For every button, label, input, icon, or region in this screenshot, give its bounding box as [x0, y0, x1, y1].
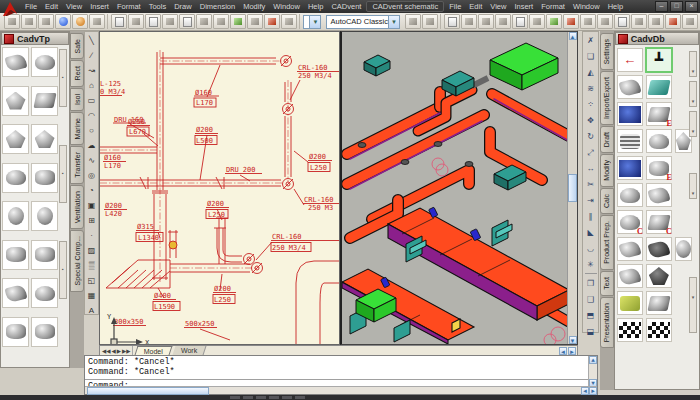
scroll-down-icon[interactable]: ▼ — [569, 336, 577, 344]
ellipse-icon[interactable]: ◎ — [85, 168, 99, 183]
layout-icon[interactable] — [111, 14, 127, 29]
status-toggle[interactable] — [295, 396, 305, 399]
spell-icon[interactable] — [546, 14, 562, 29]
publish-web-icon[interactable] — [529, 14, 545, 29]
bucket-icon[interactable] — [646, 129, 672, 153]
fitting-icon[interactable] — [646, 183, 672, 207]
database-icon[interactable] — [617, 156, 643, 180]
workspace-combobox[interactable]: AutoCAD Classic ▼ — [326, 15, 400, 29]
last-tab-icon[interactable]: ▶▶ — [122, 348, 130, 354]
end-cap-check-icon[interactable] — [617, 318, 643, 342]
make-block-icon[interactable]: ⊞ — [85, 213, 99, 228]
fitting-branch[interactable] — [31, 124, 58, 154]
fitting-cap[interactable] — [31, 163, 58, 193]
chevron-down-icon[interactable]: ▼ — [388, 16, 399, 28]
palette-tab[interactable]: Import/Export — [600, 71, 614, 125]
menu-item[interactable]: Help — [604, 2, 627, 11]
mtext-icon[interactable]: A — [85, 303, 99, 318]
menu-item[interactable]: Dimension — [196, 2, 239, 11]
component-node-icon[interactable]: ┻ — [646, 48, 672, 72]
plenum-box-icon[interactable] — [617, 291, 643, 315]
plot-preview-icon[interactable] — [512, 14, 528, 29]
menu-cadvent-schematic[interactable]: CADvent schematic — [366, 1, 444, 12]
tube-icon[interactable]: E — [646, 156, 672, 180]
open-icon[interactable] — [461, 14, 477, 29]
cadvtp-palette-header[interactable]: CadvTp — [1, 32, 69, 45]
scroll-right-icon[interactable]: ► — [589, 387, 597, 395]
fitting-reducer[interactable] — [31, 86, 58, 116]
view-2d-icon[interactable] — [145, 14, 161, 29]
menu-item[interactable]: Format — [113, 2, 145, 11]
scale-icon[interactable]: ⤢ — [584, 145, 598, 161]
region-icon[interactable]: ◱ — [85, 273, 99, 288]
mirror-icon[interactable]: ◭ — [584, 65, 598, 81]
oval-duct-icon[interactable] — [675, 237, 692, 261]
scroll-left-icon[interactable]: ◄ — [559, 347, 567, 355]
thumb-scrollbar[interactable] — [689, 277, 697, 333]
scroll-thumb[interactable] — [568, 174, 577, 202]
scroll-up-icon[interactable]: ▲ — [589, 356, 597, 364]
vertical-scrollbar[interactable]: ▲ ▼ — [567, 32, 577, 344]
palette-tab[interactable]: Isol — [70, 88, 84, 111]
spline-icon[interactable]: ∿ — [85, 153, 99, 168]
fillet-icon[interactable]: ◡ — [584, 241, 598, 257]
fitting-sbend[interactable] — [2, 278, 29, 308]
palette-tab[interactable]: Product Prep. — [600, 215, 614, 270]
draworder-front-icon[interactable]: ❐ — [584, 276, 598, 292]
erase-icon[interactable]: ✗ — [584, 33, 598, 49]
thumb-scrollbar[interactable] — [59, 145, 67, 203]
fitting-tube[interactable] — [2, 317, 29, 347]
ucs-icon[interactable] — [89, 14, 105, 29]
save-icon[interactable] — [478, 14, 494, 29]
layer-combobox[interactable]: ▼ — [303, 15, 321, 29]
tab-model[interactable]: Model — [135, 346, 173, 355]
chamfer-icon[interactable]: ◣ — [584, 225, 598, 241]
menu-item[interactable]: Tools — [145, 2, 171, 11]
maximize-button[interactable]: □ — [670, 1, 683, 12]
fitting-bend[interactable] — [31, 47, 58, 77]
palette-tab[interactable]: Marine — [70, 112, 84, 145]
fitting-wye[interactable] — [2, 124, 29, 154]
copy-icon[interactable]: ❏ — [584, 49, 598, 65]
line-icon[interactable]: ╲ — [85, 33, 99, 48]
thumb-scrollbar[interactable] — [59, 241, 67, 299]
cut-icon[interactable] — [597, 14, 613, 29]
circle-icon[interactable]: ○ — [85, 123, 99, 138]
walk-icon[interactable] — [213, 14, 229, 29]
x-branch-icon[interactable] — [646, 264, 672, 288]
status-toggle[interactable] — [282, 396, 292, 399]
sphere-orange-icon[interactable] — [72, 14, 88, 29]
polyline-icon[interactable]: ↝ — [85, 63, 99, 78]
palette-tab[interactable]: Safe — [70, 33, 84, 59]
draw-duct-icon[interactable]: ← — [617, 48, 643, 72]
cadvdb-palette-header[interactable]: CadvDb — [615, 32, 699, 45]
copy-icon[interactable] — [614, 14, 630, 29]
thumb-scrollbar[interactable] — [689, 111, 697, 137]
scroll-right-icon[interactable]: ► — [568, 347, 576, 355]
break-icon[interactable]: ∥ — [584, 209, 598, 225]
lights-icon[interactable] — [247, 14, 263, 29]
gradient-icon[interactable]: ▒ — [85, 258, 99, 273]
fitting-saddle[interactable] — [2, 163, 29, 193]
workspace-settings-icon[interactable] — [405, 14, 421, 29]
palette-tab[interactable]: Presentation — [600, 297, 614, 348]
lock-icon[interactable] — [422, 14, 438, 29]
menu-item[interactable]: Format — [537, 2, 569, 11]
fitting-boot[interactable] — [31, 278, 58, 308]
circle-tool-icon[interactable] — [21, 14, 37, 29]
revcloud-icon[interactable]: ☁ — [85, 138, 99, 153]
minimize-button[interactable]: – — [655, 1, 668, 12]
match-properties-icon[interactable] — [648, 14, 664, 29]
new-icon[interactable] — [444, 14, 460, 29]
undo-icon[interactable] — [665, 14, 681, 29]
fitting-oval[interactable] — [31, 201, 58, 231]
render-icon[interactable] — [230, 14, 246, 29]
polygon-icon[interactable]: ⌂ — [85, 78, 99, 93]
dark-elbow-icon[interactable] — [646, 237, 672, 261]
sphere-blue-icon[interactable] — [55, 14, 71, 29]
motion-icon[interactable] — [281, 14, 297, 29]
palette-tab[interactable]: Ventilation — [70, 185, 84, 229]
menu-item[interactable]: CADvent — [327, 2, 365, 11]
fitting-drum[interactable] — [2, 240, 29, 270]
zoom-realtime-icon[interactable] — [580, 14, 596, 29]
